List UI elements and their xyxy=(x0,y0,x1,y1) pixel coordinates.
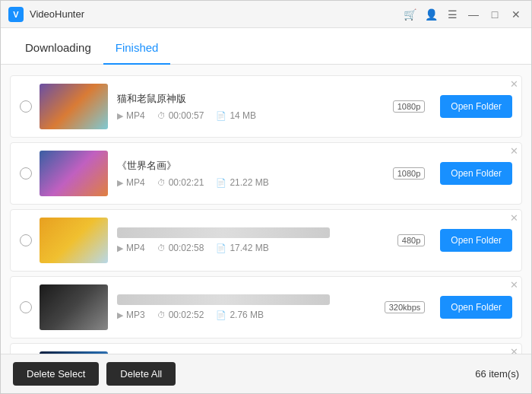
item-radio[interactable] xyxy=(20,234,32,246)
item-format: ▶ MP4 xyxy=(117,110,145,121)
file-icon: 📄 xyxy=(216,243,226,253)
item-title: 《世界名画》 xyxy=(117,159,393,173)
app-logo: V xyxy=(8,7,24,22)
open-folder-button[interactable]: Open Folder xyxy=(440,229,512,252)
format-icon: ▶ xyxy=(117,243,123,253)
item-right: 1080pOpen Folder xyxy=(393,95,512,118)
item-thumbnail xyxy=(40,151,108,196)
clock-icon: ⏱ xyxy=(157,310,166,319)
list-item: ▶ MP4⏱ 00:02:58📄 17.42 MB480pOpen Folder… xyxy=(10,209,522,272)
item-meta: ▶ MP3⏱ 00:02:52📄 2.76 MB xyxy=(117,310,385,320)
remove-item-button[interactable]: ✕ xyxy=(510,79,518,89)
remove-item-button[interactable]: ✕ xyxy=(510,213,518,223)
item-thumbnail xyxy=(40,284,108,330)
remove-item-button[interactable]: ✕ xyxy=(510,280,518,290)
item-format: ▶ MP3 xyxy=(117,310,145,320)
open-folder-button[interactable]: Open Folder xyxy=(440,296,512,319)
item-size: 📄 2.76 MB xyxy=(216,310,264,320)
item-format: ▶ MP4 xyxy=(117,177,145,188)
item-right: 480pOpen Folder xyxy=(397,229,512,252)
item-duration: ⏱ 00:00:57 xyxy=(157,110,204,121)
content-area: 猫和老鼠原神版▶ MP4⏱ 00:00:57📄 14 MB1080pOpen F… xyxy=(1,65,531,354)
item-title-blurred xyxy=(117,294,330,305)
item-meta: ▶ MP4⏱ 00:00:57📄 14 MB xyxy=(117,110,393,121)
format-icon: ▶ xyxy=(117,111,123,121)
item-thumbnail xyxy=(40,218,108,263)
quality-badge: 320kbps xyxy=(385,301,426,313)
item-size: 📄 14 MB xyxy=(216,110,256,121)
clock-icon: ⏱ xyxy=(157,178,166,187)
tab-finished[interactable]: Finished xyxy=(103,32,171,65)
quality-badge: 1080p xyxy=(393,167,426,180)
logo-text: V xyxy=(13,10,18,19)
user-icon[interactable]: 👤 xyxy=(423,7,439,22)
maximize-icon[interactable]: □ xyxy=(487,7,502,22)
list-item: 猫和老鼠原神版▶ MP4⏱ 00:00:57📄 14 MB1080pOpen F… xyxy=(10,75,522,138)
close-icon[interactable]: ✕ xyxy=(508,7,524,22)
file-icon: 📄 xyxy=(216,310,226,320)
format-icon: ▶ xyxy=(117,178,123,188)
item-duration: ⏱ 00:02:58 xyxy=(157,243,204,253)
remove-item-button[interactable]: ✕ xyxy=(510,347,518,354)
cart-icon[interactable]: 🛒 xyxy=(402,7,417,22)
item-format: ▶ MP4 xyxy=(117,243,145,253)
item-info: 猫和老鼠原神版▶ MP4⏱ 00:00:57📄 14 MB xyxy=(117,92,393,121)
window-controls: 🛒 👤 ☰ — □ ✕ xyxy=(402,7,524,22)
footer: Delete Select Delete All 66 item(s) xyxy=(1,354,531,393)
menu-icon[interactable]: ☰ xyxy=(445,7,460,22)
item-radio[interactable] xyxy=(20,100,32,113)
item-right: 1080pOpen Folder xyxy=(393,162,512,185)
item-title-blurred xyxy=(117,227,330,238)
item-radio[interactable] xyxy=(20,167,32,180)
item-size: 📄 17.42 MB xyxy=(216,243,268,253)
item-duration: ⏱ 00:02:52 xyxy=(157,310,204,320)
tab-bar: Downloading Finished xyxy=(1,28,531,65)
item-right: 320kbpsOpen Folder xyxy=(385,296,512,319)
title-bar: V VideoHunter 🛒 👤 ☰ — □ ✕ xyxy=(1,1,531,28)
delete-select-button[interactable]: Delete Select xyxy=(13,362,99,386)
file-icon: 📄 xyxy=(216,178,226,188)
quality-badge: 1080p xyxy=(393,100,426,113)
item-info: 《世界名画》▶ MP4⏱ 00:02:21📄 21.22 MB xyxy=(117,159,393,188)
item-thumbnail xyxy=(40,84,108,129)
item-size: 📄 21.22 MB xyxy=(216,177,268,188)
list-item: 《世界名画》▶ MP4⏱ 00:02:21📄 21.22 MB1080pOpen… xyxy=(10,142,522,205)
open-folder-button[interactable]: Open Folder xyxy=(440,95,512,118)
open-folder-button[interactable]: Open Folder xyxy=(440,162,512,185)
item-thumbnail xyxy=(40,351,108,354)
item-count: 66 item(s) xyxy=(475,368,519,380)
item-radio[interactable] xyxy=(20,301,32,313)
clock-icon: ⏱ xyxy=(157,111,166,120)
item-meta: ▶ MP4⏱ 00:02:58📄 17.42 MB xyxy=(117,243,397,253)
delete-all-button[interactable]: Delete All xyxy=(106,362,176,386)
item-duration: ⏱ 00:02:21 xyxy=(157,177,204,188)
app-title: VideoHunter xyxy=(30,8,402,20)
remove-item-button[interactable]: ✕ xyxy=(510,146,518,156)
tab-downloading[interactable]: Downloading xyxy=(13,32,103,65)
list-item: ▶ MP3⏱ 00:02:52📄 2.76 MB320kbpsOpen Fold… xyxy=(10,276,522,338)
item-info: ▶ MP3⏱ 00:02:52📄 2.76 MB xyxy=(117,294,385,320)
file-icon: 📄 xyxy=(216,111,226,121)
quality-badge: 480p xyxy=(397,234,425,246)
format-icon: ▶ xyxy=(117,310,123,320)
list-item: ▶ MP3⏱ 00:02:22📄 2.27 MB320kbpsOpen Fold… xyxy=(10,343,522,354)
minimize-icon[interactable]: — xyxy=(466,7,481,22)
item-meta: ▶ MP4⏱ 00:02:21📄 21.22 MB xyxy=(117,177,393,188)
item-title: 猫和老鼠原神版 xyxy=(117,92,393,106)
clock-icon: ⏱ xyxy=(157,243,166,253)
item-info: ▶ MP4⏱ 00:02:58📄 17.42 MB xyxy=(117,227,397,253)
